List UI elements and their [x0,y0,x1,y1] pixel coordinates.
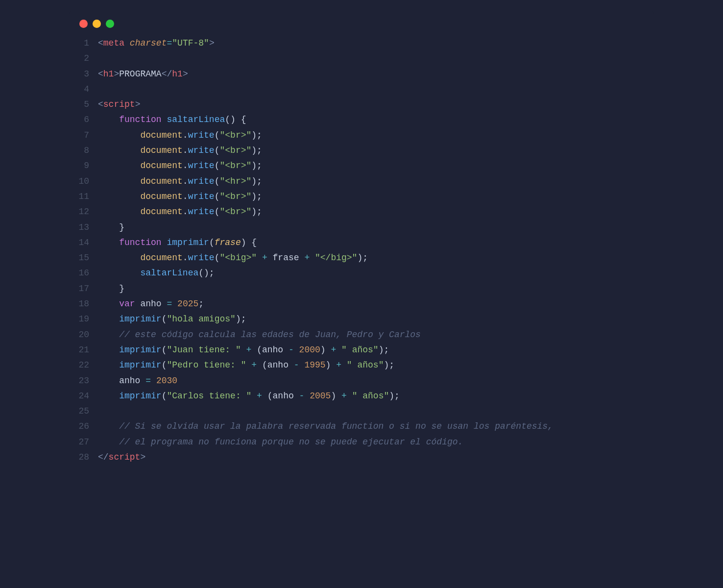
code-line[interactable]: document.write("<br>"); [98,143,553,158]
code-line[interactable]: saltarLinea(); [98,266,553,281]
line-number: 3 [72,67,89,82]
line-number: 26 [72,419,89,434]
line-number: 5 [72,97,89,112]
line-number: 19 [72,312,89,327]
code-line[interactable] [98,82,553,97]
line-number: 11 [72,189,89,204]
line-number: 18 [72,296,89,312]
code-line[interactable]: imprimir("Pedro tiene: " + (anho - 1995)… [98,358,553,373]
line-number: 25 [72,404,89,419]
code-line[interactable]: imprimir("Carlos tiene: " + (anho - 2005… [98,389,553,404]
line-number: 24 [72,389,89,404]
code-line[interactable]: anho = 2030 [98,373,553,389]
line-number: 13 [72,220,89,235]
code-line[interactable]: document.write("<br>"); [98,128,553,143]
line-number: 2 [72,51,89,66]
line-number: 22 [72,358,89,373]
line-number: 21 [72,343,89,358]
code-line[interactable]: imprimir("hola amigos"); [98,312,553,327]
line-number: 1 [72,36,89,51]
code-line[interactable]: document.write("<hr>"); [98,174,553,189]
line-number: 14 [72,235,89,250]
line-number: 12 [72,204,89,220]
code-line[interactable]: // Si se olvida usar la palabra reservad… [98,419,553,434]
code-line[interactable]: <h1>PROGRAMA</h1> [98,67,553,82]
code-line[interactable] [98,51,553,66]
line-number: 16 [72,266,89,281]
code-line[interactable]: function imprimir(frase) { [98,235,553,250]
code-line[interactable] [98,404,553,419]
code-line[interactable]: document.write("<br>"); [98,189,553,204]
line-number: 8 [72,143,89,158]
code-line[interactable]: </script> [98,450,553,465]
code-line[interactable]: <meta charset="UTF-8"> [98,36,553,51]
code-line[interactable]: <script> [98,97,553,112]
line-number: 15 [72,250,89,266]
code-line[interactable]: document.write("<br>"); [98,204,553,220]
line-number: 28 [72,450,89,465]
code-line[interactable]: document.write("<big>" + frase + "</big>… [98,250,553,266]
line-number: 4 [72,82,89,97]
line-number: 20 [72,327,89,343]
code-area[interactable]: 1 2 3 4 5 6 7 8 9 10 11 12 13 14 15 16 1… [69,36,654,475]
line-number: 6 [72,112,89,127]
line-number: 10 [72,174,89,189]
line-number: 17 [72,281,89,296]
code-line[interactable]: } [98,220,553,235]
line-number: 7 [72,128,89,143]
code-line[interactable]: // el programa no funciona porque no se … [98,435,553,450]
minimize-icon[interactable] [93,20,101,28]
code-line[interactable]: document.write("<br>"); [98,158,553,173]
line-number: 9 [72,158,89,173]
line-gutter: 1 2 3 4 5 6 7 8 9 10 11 12 13 14 15 16 1… [69,36,98,465]
code-line[interactable]: function saltarLinea() { [98,112,553,127]
code-lines[interactable]: <meta charset="UTF-8"> <h1>PROGRAMA</h1>… [98,36,553,465]
close-icon[interactable] [79,20,88,28]
code-line[interactable]: } [98,281,553,296]
code-line[interactable]: imprimir("Juan tiene: " + (anho - 2000) … [98,343,553,358]
line-number: 23 [72,373,89,389]
editor-window: 1 2 3 4 5 6 7 8 9 10 11 12 13 14 15 16 1… [69,10,654,475]
code-line[interactable]: // este código calcula las edades de Jua… [98,327,553,343]
code-line[interactable]: var anho = 2025; [98,296,553,312]
zoom-icon[interactable] [106,20,114,28]
line-number: 27 [72,435,89,450]
window-titlebar [69,10,654,36]
